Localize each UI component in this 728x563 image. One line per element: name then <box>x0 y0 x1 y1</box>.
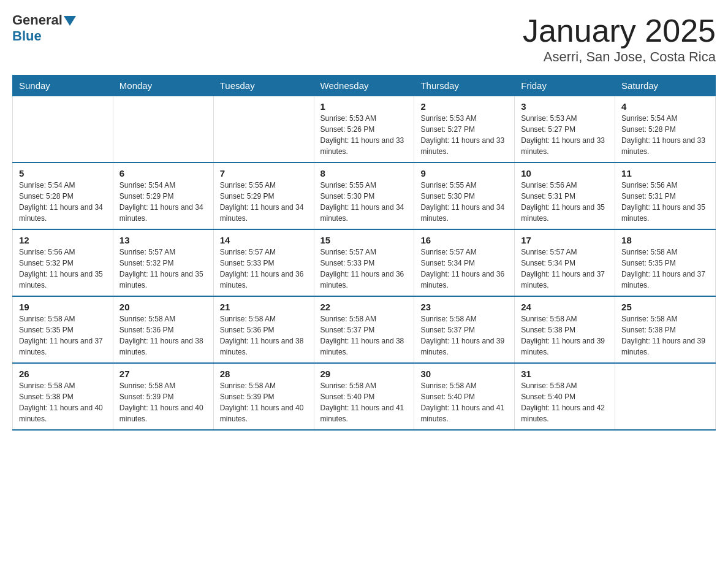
day-number: 2 <box>420 101 508 112</box>
calendar-day-cell: 10Sunrise: 5:56 AM Sunset: 5:31 PM Dayli… <box>515 163 615 229</box>
day-number: 23 <box>420 302 508 312</box>
day-info: Sunrise: 5:58 AM Sunset: 5:40 PM Dayligh… <box>420 380 508 424</box>
calendar-day-cell: 21Sunrise: 5:58 AM Sunset: 5:36 PM Dayli… <box>213 296 314 363</box>
calendar-day-cell: 20Sunrise: 5:58 AM Sunset: 5:36 PM Dayli… <box>113 296 213 363</box>
day-of-week-header: Sunday <box>13 75 113 96</box>
day-info: Sunrise: 5:58 AM Sunset: 5:39 PM Dayligh… <box>220 380 308 424</box>
day-info: Sunrise: 5:58 AM Sunset: 5:36 PM Dayligh… <box>119 313 207 358</box>
day-info: Sunrise: 5:53 AM Sunset: 5:26 PM Dayligh… <box>320 113 408 157</box>
calendar-week-row: 12Sunrise: 5:56 AM Sunset: 5:32 PM Dayli… <box>13 229 716 296</box>
day-number: 1 <box>320 101 408 112</box>
calendar-day-cell: 25Sunrise: 5:58 AM Sunset: 5:38 PM Dayli… <box>615 296 716 363</box>
day-info: Sunrise: 5:58 AM Sunset: 5:38 PM Dayligh… <box>19 380 107 424</box>
day-of-week-header: Tuesday <box>213 75 314 96</box>
calendar-empty-cell <box>113 96 213 163</box>
day-number: 9 <box>420 168 508 178</box>
calendar-day-cell: 5Sunrise: 5:54 AM Sunset: 5:28 PM Daylig… <box>13 163 113 229</box>
day-number: 20 <box>119 302 207 312</box>
day-number: 6 <box>119 168 207 178</box>
calendar-day-cell: 28Sunrise: 5:58 AM Sunset: 5:39 PM Dayli… <box>213 363 314 430</box>
day-number: 27 <box>119 369 207 379</box>
day-info: Sunrise: 5:58 AM Sunset: 5:35 PM Dayligh… <box>19 313 107 358</box>
calendar-table: SundayMondayTuesdayWednesdayThursdayFrid… <box>12 75 716 431</box>
day-info: Sunrise: 5:57 AM Sunset: 5:32 PM Dayligh… <box>119 247 207 291</box>
day-info: Sunrise: 5:56 AM Sunset: 5:31 PM Dayligh… <box>621 180 709 224</box>
day-number: 3 <box>521 101 609 112</box>
calendar-day-cell: 2Sunrise: 5:53 AM Sunset: 5:27 PM Daylig… <box>414 96 515 163</box>
day-of-week-header: Saturday <box>615 75 716 96</box>
calendar-day-cell: 30Sunrise: 5:58 AM Sunset: 5:40 PM Dayli… <box>414 363 515 430</box>
day-info: Sunrise: 5:55 AM Sunset: 5:30 PM Dayligh… <box>420 180 508 224</box>
day-info: Sunrise: 5:58 AM Sunset: 5:37 PM Dayligh… <box>320 313 408 358</box>
location-title: Aserri, San Jose, Costa Rica <box>523 49 716 65</box>
page-header: General Blue January 2025 Aserri, San Jo… <box>12 12 716 65</box>
day-info: Sunrise: 5:57 AM Sunset: 5:34 PM Dayligh… <box>420 247 508 291</box>
day-of-week-header: Thursday <box>414 75 515 96</box>
day-info: Sunrise: 5:58 AM Sunset: 5:35 PM Dayligh… <box>621 247 709 291</box>
calendar-day-cell: 22Sunrise: 5:58 AM Sunset: 5:37 PM Dayli… <box>314 296 414 363</box>
day-number: 18 <box>621 235 709 245</box>
day-info: Sunrise: 5:57 AM Sunset: 5:33 PM Dayligh… <box>220 247 308 291</box>
day-number: 12 <box>19 235 107 245</box>
day-number: 30 <box>420 369 508 379</box>
calendar-day-cell: 16Sunrise: 5:57 AM Sunset: 5:34 PM Dayli… <box>414 229 515 296</box>
day-number: 31 <box>521 369 609 379</box>
day-info: Sunrise: 5:57 AM Sunset: 5:34 PM Dayligh… <box>521 247 609 291</box>
calendar-day-cell: 15Sunrise: 5:57 AM Sunset: 5:33 PM Dayli… <box>314 229 414 296</box>
day-number: 5 <box>19 168 107 178</box>
day-info: Sunrise: 5:58 AM Sunset: 5:38 PM Dayligh… <box>521 313 609 358</box>
day-number: 19 <box>19 302 107 312</box>
day-number: 13 <box>119 235 207 245</box>
calendar-day-cell: 26Sunrise: 5:58 AM Sunset: 5:38 PM Dayli… <box>13 363 113 430</box>
day-info: Sunrise: 5:55 AM Sunset: 5:29 PM Dayligh… <box>220 180 308 224</box>
calendar-day-cell: 31Sunrise: 5:58 AM Sunset: 5:40 PM Dayli… <box>515 363 615 430</box>
calendar-day-cell: 14Sunrise: 5:57 AM Sunset: 5:33 PM Dayli… <box>213 229 314 296</box>
day-number: 22 <box>320 302 408 312</box>
logo-general-text: General <box>12 12 63 28</box>
day-of-week-header: Friday <box>515 75 615 96</box>
day-number: 10 <box>521 168 609 178</box>
calendar-day-cell: 11Sunrise: 5:56 AM Sunset: 5:31 PM Dayli… <box>615 163 716 229</box>
calendar-week-row: 19Sunrise: 5:58 AM Sunset: 5:35 PM Dayli… <box>13 296 716 363</box>
calendar-week-row: 1Sunrise: 5:53 AM Sunset: 5:26 PM Daylig… <box>13 96 716 163</box>
day-info: Sunrise: 5:53 AM Sunset: 5:27 PM Dayligh… <box>420 113 508 157</box>
calendar-day-cell: 24Sunrise: 5:58 AM Sunset: 5:38 PM Dayli… <box>515 296 615 363</box>
day-info: Sunrise: 5:58 AM Sunset: 5:40 PM Dayligh… <box>320 380 408 424</box>
logo: General Blue <box>12 12 76 44</box>
day-info: Sunrise: 5:58 AM Sunset: 5:38 PM Dayligh… <box>621 313 709 358</box>
calendar-day-cell: 4Sunrise: 5:54 AM Sunset: 5:28 PM Daylig… <box>615 96 716 163</box>
day-number: 7 <box>220 168 308 178</box>
day-info: Sunrise: 5:58 AM Sunset: 5:39 PM Dayligh… <box>119 380 207 424</box>
svg-marker-0 <box>64 16 76 26</box>
calendar-week-row: 26Sunrise: 5:58 AM Sunset: 5:38 PM Dayli… <box>13 363 716 430</box>
logo-blue-text: Blue <box>12 28 76 44</box>
day-info: Sunrise: 5:54 AM Sunset: 5:28 PM Dayligh… <box>621 113 709 157</box>
day-number: 17 <box>521 235 609 245</box>
day-info: Sunrise: 5:54 AM Sunset: 5:29 PM Dayligh… <box>119 180 207 224</box>
calendar-day-cell: 13Sunrise: 5:57 AM Sunset: 5:32 PM Dayli… <box>113 229 213 296</box>
day-info: Sunrise: 5:56 AM Sunset: 5:31 PM Dayligh… <box>521 180 609 224</box>
calendar-day-cell: 3Sunrise: 5:53 AM Sunset: 5:27 PM Daylig… <box>515 96 615 163</box>
day-number: 21 <box>220 302 308 312</box>
day-number: 24 <box>521 302 609 312</box>
month-title: January 2025 <box>523 12 716 49</box>
day-number: 8 <box>320 168 408 178</box>
calendar-day-cell: 23Sunrise: 5:58 AM Sunset: 5:37 PM Dayli… <box>414 296 515 363</box>
day-number: 28 <box>220 369 308 379</box>
calendar-day-cell: 19Sunrise: 5:58 AM Sunset: 5:35 PM Dayli… <box>13 296 113 363</box>
calendar-empty-cell <box>615 363 716 430</box>
calendar-day-cell: 9Sunrise: 5:55 AM Sunset: 5:30 PM Daylig… <box>414 163 515 229</box>
day-number: 11 <box>621 168 709 178</box>
calendar-empty-cell <box>13 96 113 163</box>
calendar-day-cell: 1Sunrise: 5:53 AM Sunset: 5:26 PM Daylig… <box>314 96 414 163</box>
day-number: 4 <box>621 101 709 112</box>
day-info: Sunrise: 5:58 AM Sunset: 5:36 PM Dayligh… <box>220 313 308 358</box>
day-of-week-header: Monday <box>113 75 213 96</box>
day-info: Sunrise: 5:53 AM Sunset: 5:27 PM Dayligh… <box>521 113 609 157</box>
day-number: 29 <box>320 369 408 379</box>
day-of-week-header: Wednesday <box>314 75 414 96</box>
day-info: Sunrise: 5:55 AM Sunset: 5:30 PM Dayligh… <box>320 180 408 224</box>
calendar-day-cell: 8Sunrise: 5:55 AM Sunset: 5:30 PM Daylig… <box>314 163 414 229</box>
calendar-day-cell: 18Sunrise: 5:58 AM Sunset: 5:35 PM Dayli… <box>615 229 716 296</box>
day-number: 15 <box>320 235 408 245</box>
